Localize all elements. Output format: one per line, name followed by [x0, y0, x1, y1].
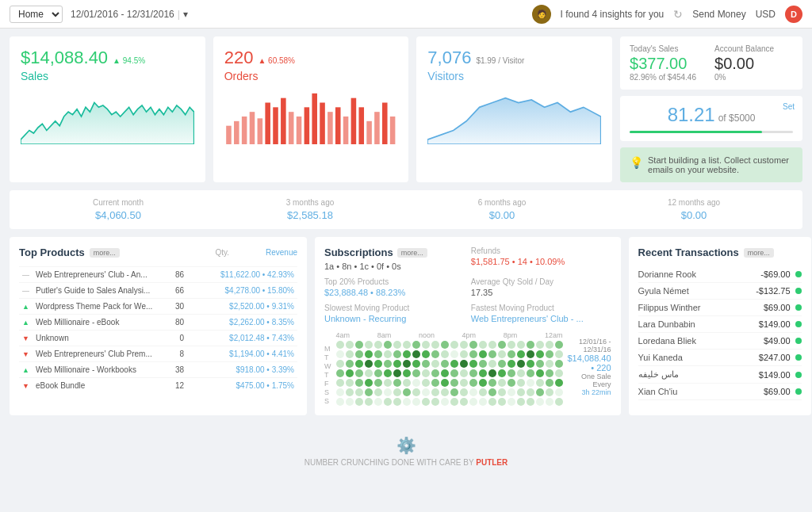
table-row: ▲ Web Millionaire - Workbooks 38 $918.00…	[19, 362, 297, 378]
heatmap-cell	[431, 341, 439, 349]
products-more-button[interactable]: more...	[90, 248, 120, 258]
svg-rect-17	[358, 107, 364, 144]
account-balance-label: Account Balance	[714, 44, 793, 53]
top20-label: Top 20% Products	[324, 277, 465, 286]
middle-card: Subscriptions more... 1a • 8n • 1c • 0f …	[315, 237, 621, 415]
orders-chart	[224, 89, 398, 144]
heatmap-cell	[355, 350, 363, 358]
orders-card: 220 ▲ 60.58% Orders	[213, 36, 409, 182]
avg-qty-section: Average Qty Sold / Day 17.35	[471, 277, 611, 297]
period-1-label: 3 months ago	[214, 198, 406, 207]
heatmap-cell	[374, 369, 382, 377]
heatmap-cell	[374, 388, 382, 396]
heatmap-cell	[374, 350, 382, 358]
heatmap-cell	[431, 379, 439, 387]
heatmap-cell	[384, 350, 392, 358]
product-name: Web Entrepreneurs' Club Prem...	[33, 346, 163, 362]
home-dropdown[interactable]: Home	[10, 6, 63, 23]
heatmap-cell	[546, 379, 553, 387]
product-name: Web Millionaire - eBook	[33, 315, 163, 331]
heatmap-cell	[555, 350, 563, 358]
heatmap-cell	[336, 369, 344, 377]
svg-rect-15	[343, 117, 348, 144]
heatmap-cell	[536, 388, 544, 396]
user-initial: D	[791, 10, 797, 19]
transactions-header: Recent Transactions more...	[638, 246, 802, 258]
heatmap-cell	[403, 398, 411, 406]
heatmap-cell	[517, 379, 525, 387]
trend-cell: ▼	[19, 331, 33, 346]
slowest-label: Slowest Moving Product	[324, 304, 465, 312]
heatmap-cell	[346, 388, 354, 396]
transaction-name: Yui Kaneda	[638, 353, 759, 362]
user-initial-avatar[interactable]: D	[785, 6, 802, 23]
svg-rect-1	[234, 121, 239, 144]
heatmap-cell	[403, 379, 411, 387]
product-qty: 0	[163, 331, 187, 346]
heatmap-cell	[336, 388, 344, 396]
transaction-status-dot	[795, 372, 802, 378]
svg-rect-3	[249, 112, 255, 144]
today-sales-sub: 82.96% of $454.46	[630, 73, 708, 82]
subscriptions-section: Subscriptions more... 1a • 8n • 1c • 0f …	[324, 246, 465, 271]
transaction-name: Filippus Winther	[638, 303, 764, 312]
heatmap-cell	[469, 398, 477, 406]
period-3m: 3 months ago $2,585.18	[214, 198, 406, 221]
transaction-amount: -$69.00	[760, 269, 790, 279]
date-dropdown-icon[interactable]: ▾	[183, 9, 188, 20]
goal-set-button[interactable]: Set	[783, 102, 795, 111]
heatmap-cell	[555, 398, 563, 406]
heatmap-cell	[403, 350, 411, 358]
heatmap-hour-label: 8pm	[504, 331, 518, 339]
heatmap-cell	[450, 388, 458, 396]
sales-value: $14,088.40	[21, 48, 108, 68]
heatmap-cell	[393, 350, 401, 358]
table-row: ▲ Web Millionaire - eBook 80 $2,262.00 •…	[19, 315, 297, 331]
heatmap-cell	[527, 388, 534, 396]
account-balance-sub: 0%	[714, 73, 793, 82]
heatmap-cell	[450, 350, 458, 358]
heatmap-cell	[517, 369, 525, 377]
heatmap-cell	[555, 379, 563, 387]
transaction-status-dot	[795, 354, 802, 361]
heatmap-cell	[469, 388, 477, 396]
heatmap-cell	[498, 341, 506, 349]
heatmap-cell	[460, 398, 468, 406]
product-revenue: $4,278.00 • 15.80%	[187, 283, 297, 299]
today-sales-label: Today's Sales	[630, 44, 708, 53]
svg-rect-7	[281, 98, 286, 144]
heatmap-row	[336, 379, 563, 387]
heatmap-row	[336, 388, 563, 396]
transactions-more-button[interactable]: more...	[744, 248, 774, 258]
heatmap-cell	[355, 398, 363, 406]
heatmap-cell	[365, 350, 373, 358]
heatmap-cell	[536, 341, 544, 349]
product-revenue: $2,012.48 • 7.43%	[187, 331, 297, 346]
heatmap-cell	[460, 360, 468, 368]
heatmap-cell	[441, 369, 449, 377]
period-6m: 6 months ago $0.00	[406, 198, 598, 221]
heatmap-day-label: S	[324, 397, 331, 405]
heatmap-cell	[508, 369, 515, 377]
insights-badge[interactable]: I found 4 insights for you	[561, 9, 665, 20]
refresh-icon[interactable]: ↻	[673, 8, 683, 21]
heatmap-cell	[422, 369, 430, 377]
transactions-card: Recent Transactions more... Dorianne Roo…	[629, 237, 811, 415]
subscriptions-more-button[interactable]: more...	[397, 248, 427, 258]
send-money-button[interactable]: Send Money	[692, 9, 745, 20]
heatmap-cell	[450, 360, 458, 368]
trend-cell: ▲	[19, 315, 33, 331]
fastest-value: Web Entrepreneurs' Club - ...	[471, 314, 611, 323]
transaction-row: Xian Ch'iu $69.00	[638, 384, 802, 400]
product-revenue: $11,622.00 • 42.93%	[187, 267, 297, 283]
heatmap-cell	[412, 398, 420, 406]
heatmap-cell	[346, 369, 354, 377]
heatmap-cell	[517, 388, 525, 396]
product-revenue: $2,520.00 • 9.31%	[187, 299, 297, 315]
heatmap-grid: 4am8amnoon4pm8pm12am	[336, 331, 563, 406]
heatmap-cell	[346, 379, 354, 387]
svg-rect-0	[226, 126, 232, 144]
heatmap-cell	[527, 379, 534, 387]
heatmap-cell	[412, 379, 420, 387]
heatmap-cell	[441, 398, 449, 406]
